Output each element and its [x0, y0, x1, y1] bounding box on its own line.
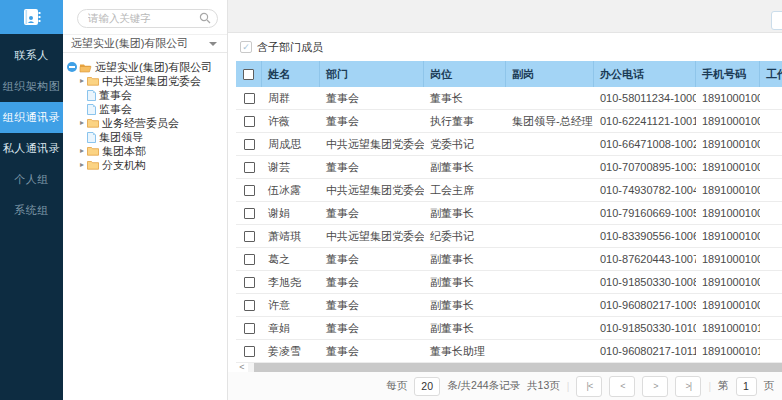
search-icon[interactable] [199, 12, 211, 24]
row-checkbox[interactable] [244, 231, 255, 242]
sidebar-menu: 联系人组织架构图组织通讯录私人通讯录个人组系统组 [0, 34, 63, 226]
table-row[interactable]: 李旭尧董事会副董事长010-91850330-100818910001008 [236, 271, 782, 294]
tree-node-folder[interactable]: ▸业务经营委员会 [67, 116, 225, 130]
header-cell-部门: 部门 [320, 61, 424, 87]
search-input[interactable] [77, 9, 218, 28]
expand-arrow-icon[interactable]: ▸ [80, 77, 87, 85]
tree-node-file[interactable]: 监事会 [67, 102, 225, 116]
page-number-input[interactable] [736, 377, 757, 396]
table-row[interactable]: 许意董事会副董事长010-96080217-100918910001009 [236, 294, 782, 317]
first-page-button[interactable]: |< [576, 376, 602, 397]
table-row[interactable]: 谢娟董事会副董事长010-79160669-100518910001005 [236, 202, 782, 225]
expand-arrow-icon[interactable]: ▸ [80, 119, 87, 127]
table-row[interactable]: 谢芸董事会副董事长010-70700895-100318910001003 [236, 156, 782, 179]
table-cell [760, 271, 782, 293]
row-checkbox[interactable] [244, 208, 255, 219]
scroll-left-arrow[interactable]: < [236, 363, 248, 372]
table-cell: 周成思 [262, 133, 320, 155]
tree-node-file[interactable]: 董事会 [67, 88, 225, 102]
company-select[interactable]: 远望实业(集团)有限公司 [63, 35, 227, 53]
row-checkbox[interactable] [244, 139, 255, 150]
table-cell: 010-91850330-1010 [594, 317, 696, 339]
table-cell: 执行董事 [424, 110, 506, 132]
sidebar-item-联系人[interactable]: 联系人 [0, 40, 63, 71]
table-cell: 18910001000 [696, 87, 760, 109]
page-suffix-label: 页 [764, 379, 775, 393]
scrollbar-track[interactable] [248, 363, 782, 372]
prev-page-button[interactable]: < [609, 376, 635, 397]
row-checkbox-cell [236, 179, 262, 201]
table-cell [760, 156, 782, 178]
sidebar-item-私人通讯录[interactable]: 私人通讯录 [0, 133, 63, 164]
table-cell: 姜凌雪 [262, 340, 320, 362]
tree-node-folder[interactable]: ▸分支机构 [67, 158, 225, 172]
table-cell: 010-58011234-1000 [594, 87, 696, 109]
row-checkbox[interactable] [244, 300, 255, 311]
table-row[interactable]: 葛之董事会副董事长010-87620443-100718910001007 [236, 248, 782, 271]
header-cell-手机号码: 手机号码 [696, 61, 760, 87]
tree-node-label: 监事会 [99, 102, 132, 117]
last-page-button[interactable]: >| [675, 376, 701, 397]
file-icon [87, 104, 96, 115]
tree-node-label: 集团领导 [99, 130, 143, 145]
row-checkbox[interactable] [244, 323, 255, 334]
table-cell: 董事长助理 [424, 340, 506, 362]
tree-node-label: 集团本部 [102, 144, 146, 159]
tree-node-root[interactable]: 远望实业(集团)有限公司 [67, 60, 225, 74]
table-cell: 葛之 [262, 248, 320, 270]
table-cell: 18910001007 [696, 248, 760, 270]
table-row[interactable]: 周群董事会董事长010-58011234-100018910001000 [236, 87, 782, 110]
sidebar-item-组织架构图[interactable]: 组织架构图 [0, 71, 63, 102]
header-cell-办公电话: 办公电话 [594, 61, 696, 87]
table-cell: 18910001002 [696, 133, 760, 155]
row-checkbox-cell [236, 317, 262, 339]
tree-node-folder[interactable]: ▸集团本部 [67, 144, 225, 158]
table-cell: 010-91850330-1008 [594, 271, 696, 293]
select-all-checkbox[interactable] [243, 69, 254, 80]
table-cell: 18910001003 [696, 156, 760, 178]
app-logo[interactable] [0, 0, 63, 34]
row-checkbox[interactable] [244, 346, 255, 357]
sidebar-item-系统组[interactable]: 系统组 [0, 195, 63, 226]
table-cell: 010-96080217-1011 [594, 340, 696, 362]
table-row[interactable]: 周成思中共远望集团党委会/党委...党委书记010-66471008-10021… [236, 133, 782, 156]
row-checkbox[interactable] [244, 185, 255, 196]
toolbar-button-partial[interactable] [771, 11, 782, 30]
tree-node-label: 中共远望集团党委会 [102, 74, 201, 89]
tree-node-label: 分支机构 [102, 158, 146, 173]
row-checkbox[interactable] [244, 254, 255, 265]
table-cell: 董事会 [320, 87, 424, 109]
table-cell [760, 87, 782, 109]
page-prefix-label: 第 [718, 379, 729, 393]
table-cell [760, 317, 782, 339]
folder-icon [87, 160, 99, 170]
table-row[interactable]: 萧靖琪中共远望集团党委会/纪委纪委书记010-83390556-10061891… [236, 225, 782, 248]
table-cell: 18910001005 [696, 202, 760, 224]
row-checkbox[interactable] [244, 116, 255, 127]
tree-node-label: 业务经营委员会 [102, 116, 179, 131]
include-sub-dept-checkbox[interactable] [240, 41, 252, 53]
scrollbar-thumb[interactable] [254, 363, 782, 372]
table-cell: 董事会 [320, 156, 424, 178]
table-cell: 萧靖琪 [262, 225, 320, 247]
tree-node-folder[interactable]: ▸中共远望集团党委会 [67, 74, 225, 88]
table-cell: 18910001008 [696, 271, 760, 293]
row-checkbox[interactable] [244, 93, 255, 104]
table-row[interactable]: 章娟董事会副董事长010-91850330-101018910001010 [236, 317, 782, 340]
sidebar-item-组织通讯录[interactable]: 组织通讯录 [0, 102, 63, 133]
sidebar-item-个人组[interactable]: 个人组 [0, 164, 63, 195]
table-row[interactable]: 伍冰露中共远望集团党委会/工会...工会主席010-74930782-10041… [236, 179, 782, 202]
row-checkbox[interactable] [244, 162, 255, 173]
tree-node-file[interactable]: 集团领导 [67, 130, 225, 144]
per-page-input[interactable] [414, 377, 440, 396]
collapse-icon[interactable] [67, 62, 77, 72]
table-row[interactable]: 姜凌雪董事会董事长助理010-96080217-101118910001011 [236, 340, 782, 363]
next-page-button[interactable]: > [642, 376, 668, 397]
expand-arrow-icon[interactable]: ▸ [80, 161, 87, 169]
table-row[interactable]: 许薇董事会执行董事集团领导-总经理010-62241121-1001189100… [236, 110, 782, 133]
table-cell [506, 156, 594, 178]
row-checkbox[interactable] [244, 277, 255, 288]
table-cell [760, 202, 782, 224]
expand-arrow-icon[interactable]: ▸ [80, 147, 87, 155]
main-content: 含子部门成员 姓名部门岗位副岗办公电话手机号码工作地 周群董事会董事长010-5… [228, 0, 782, 400]
